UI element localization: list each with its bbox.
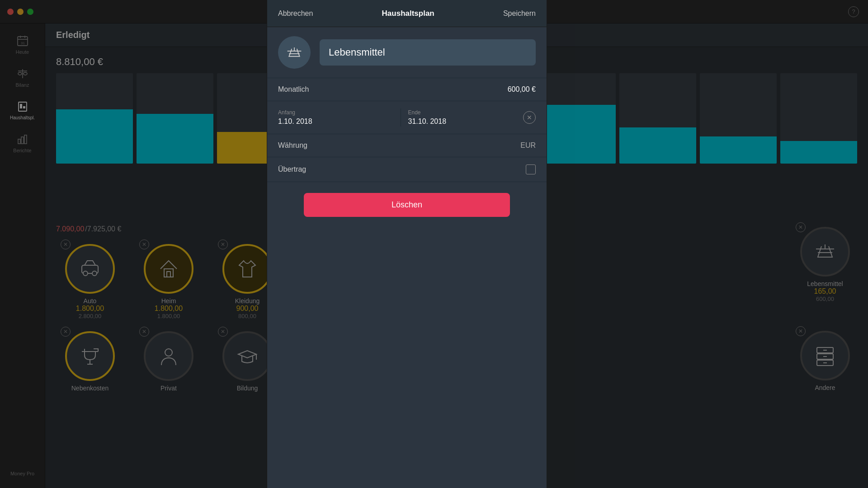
basket-icon-panel <box>286 44 303 61</box>
panel-category-row <box>267 27 547 78</box>
date-start-field: Anfang 1.10. 2018 <box>278 109 393 126</box>
panel-header: Abbrechen Haushaltsplan Speichern <box>267 0 547 27</box>
category-name-input[interactable] <box>320 39 536 66</box>
panel-delete-area: Löschen <box>267 182 547 228</box>
panel-ubertrag-row: Übertrag <box>267 157 547 182</box>
date-separator <box>401 108 401 127</box>
start-value[interactable]: 1.10. 2018 <box>278 117 393 126</box>
panel-currency-row: Währung EUR <box>267 134 547 157</box>
monthly-value[interactable]: 600,00 € <box>508 85 536 94</box>
ubertrag-label: Übertrag <box>278 165 306 174</box>
panel-title: Haushaltsplan <box>382 9 434 18</box>
panel-monthly-row: Monatlich 600,00 € <box>267 78 547 101</box>
panel-date-row: Anfang 1.10. 2018 Ende 31.10. 2018 ✕ <box>267 101 547 134</box>
date-end-field: Ende 31.10. 2018 <box>408 109 524 126</box>
start-label: Anfang <box>278 109 393 116</box>
cancel-button[interactable]: Abbrechen <box>278 9 313 18</box>
currency-label: Währung <box>278 141 307 150</box>
delete-button[interactable]: Löschen <box>304 193 510 217</box>
category-icon-button[interactable] <box>278 36 311 69</box>
end-value[interactable]: 31.10. 2018 <box>408 117 524 126</box>
date-clear-button[interactable]: ✕ <box>523 111 536 124</box>
monthly-label: Monatlich <box>278 85 309 94</box>
save-button[interactable]: Speichern <box>503 9 536 18</box>
currency-value[interactable]: EUR <box>520 141 536 150</box>
panel-body: Monatlich 600,00 € Anfang 1.10. 2018 End… <box>267 27 547 488</box>
edit-panel: Abbrechen Haushaltsplan Speichern Monatl… <box>267 0 547 488</box>
ubertrag-checkbox[interactable] <box>526 164 536 174</box>
end-label: Ende <box>408 109 524 116</box>
